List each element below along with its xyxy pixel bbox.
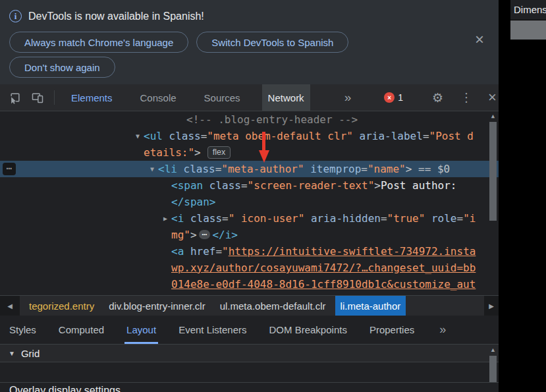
code-token-val: "screen-reader-text" [248, 179, 375, 192]
inline-expand-icon[interactable]: ⋯ [199, 230, 211, 239]
dom-node-line[interactable]: <a href="https://intuitive-swiftlet-7349… [0, 243, 499, 260]
devtools-main: i DevTools is now available in Spanish! … [0, 0, 499, 392]
infobar-close-icon[interactable]: × [475, 32, 484, 47]
tab-elements[interactable]: Elements [65, 84, 119, 111]
attribute-link[interactable]: 014e8e-e0df-4048-8d16-1cff8910db1c&custo… [171, 278, 476, 291]
sidebar-tabs-list: StylesComputedLayoutEvent ListenersDOM B… [9, 316, 437, 344]
elements-scrollbar[interactable]: ▲ [488, 111, 498, 295]
collapse-twisty-icon[interactable]: ▼ [148, 161, 157, 177]
infobar-actions: Always match Chrome's languageSwitch Dev… [9, 32, 431, 78]
settings-gear-icon[interactable]: ⚙ [432, 90, 443, 105]
sidebar-tab-event-listeners[interactable]: Event Listeners [178, 316, 246, 344]
code-token-pun: > [190, 229, 197, 241]
attribute-link[interactable]: https://intuitive-swiftlet-734972.insta [229, 245, 476, 258]
code-token-val: "meta obem-default clr" [207, 130, 353, 142]
breadcrumb-item-tegorized-entry[interactable]: tegorized.entry [24, 296, 99, 316]
dom-node-line[interactable]: wp.xyz/author/cosayuwami7472/?…changeset… [0, 260, 499, 276]
dom-node-line[interactable]: ▼<ul class="meta obem-default clr" aria-… [0, 128, 499, 144]
breadcrumb-item-div-blog-entry-inner-clr[interactable]: div.blog-entry-inner.clr [103, 296, 210, 316]
inspect-element-icon[interactable] [8, 90, 22, 105]
code-token-attr: class [163, 130, 201, 142]
devtools-close-icon[interactable]: × [488, 90, 497, 105]
tab-console[interactable]: Console [134, 84, 182, 111]
breadcrumb-item-li-meta-author[interactable]: li.meta-author [335, 296, 406, 316]
sidebar-tabs: StylesComputedLayoutEvent ListenersDOM B… [0, 316, 499, 345]
more-options-icon[interactable]: ⋮ [460, 90, 472, 105]
code-token-val: "meta-author" [221, 163, 304, 175]
collapse-twisty-icon[interactable]: ▼ [133, 128, 142, 144]
error-icon: × [384, 92, 395, 103]
dimensions-label: Dimens [510, 0, 546, 20]
sidebar-tab-styles[interactable]: Styles [9, 316, 36, 344]
code-token-val: "Post d [429, 130, 474, 142]
language-infobar: i DevTools is now available in Spanish! … [0, 0, 499, 84]
attribute-link[interactable]: wp.xyz/author/cosayuwami7472/?…changeset… [171, 262, 476, 274]
scroll-up-icon[interactable]: ▲ [488, 345, 498, 354]
infobar-button-don-t-show-again[interactable]: Don't show again [9, 57, 115, 78]
code-token-attr: class [184, 212, 222, 225]
panel-tabs: ElementsConsoleSourcesNetwork [57, 84, 318, 111]
sidebar-more-tabs-icon[interactable]: » [439, 323, 446, 337]
expand-twisty-icon[interactable]: ▶ [161, 210, 170, 227]
scrollbar-thumb[interactable] [489, 356, 497, 382]
code-token-val: mg" [171, 229, 190, 241]
elements-dom-tree: <!-- .blog-entry-header -->▼<ul class="m… [0, 111, 499, 295]
triangle-down-icon: ▼ [9, 350, 15, 357]
code-token-val: "true" [387, 212, 425, 225]
overlay-settings-row: Overlay display settings [0, 382, 499, 392]
code-token-attr: aria-label [353, 130, 423, 142]
sidebar-tab-layout[interactable]: Layout [126, 316, 156, 344]
tab-sources[interactable]: Sources [198, 84, 246, 111]
code-token-attr: class [177, 163, 215, 175]
dom-node-line[interactable]: ▼<li class="meta-author" itemprop="name"… [0, 161, 499, 177]
code-token-attr: aria-hidden [304, 212, 381, 225]
dom-node-line[interactable]: <!-- .blog-entry-header --> [0, 111, 499, 128]
error-badge[interactable]: × 1 [384, 92, 403, 103]
code-token-pun: = [423, 130, 429, 142]
node-more-actions-button[interactable]: ⋯ [3, 163, 16, 175]
dom-node-line[interactable]: etails:">flex [0, 144, 499, 161]
code-token-attr: itemprop [304, 163, 362, 175]
code-token-attr: class [203, 179, 241, 192]
dimensions-control[interactable] [510, 20, 546, 40]
grid-section-header[interactable]: ▼ Grid [0, 345, 499, 362]
scroll-up-icon[interactable]: ▲ [488, 111, 498, 121]
code-token-pun: > [194, 146, 201, 159]
device-toolbar-icon[interactable] [30, 90, 45, 105]
code-token-attr: role [425, 212, 456, 225]
sidebar-tab-computed[interactable]: Computed [59, 316, 104, 344]
code-token-tag: <ul [144, 130, 163, 142]
flex-badge[interactable]: flex [207, 146, 231, 159]
code-token-tag: <i [171, 212, 184, 225]
scrollbar-thumb[interactable] [489, 122, 497, 221]
tab-network[interactable]: Network [262, 84, 310, 111]
breadcrumb-scroll-left-icon[interactable]: ◀ [0, 296, 20, 316]
code-token-attr: href [184, 245, 215, 258]
devtools-window: i DevTools is now available in Spanish! … [0, 0, 546, 392]
code-token-pun: = [222, 212, 229, 225]
error-count: 1 [398, 92, 403, 103]
breadcrumb-item-ul-meta-obem-default-clr[interactable]: ul.meta.obem-default.clr [215, 296, 331, 316]
overlay-display-settings-label: Overlay display settings [9, 385, 121, 392]
infobar-button-switch-devtools-to-spanish[interactable]: Switch DevTools to Spanish [196, 32, 348, 53]
code-token-tag: <li [158, 163, 177, 175]
layout-pane-scrollbar[interactable]: ▲ [488, 345, 498, 382]
dom-node-line[interactable]: <span class="screen-reader-text">Post au… [0, 177, 499, 194]
code-token-pun: = [201, 130, 207, 142]
sidebar-tab-properties[interactable]: Properties [369, 316, 414, 344]
code-token-pun: = [457, 212, 464, 225]
sidebar-tab-dom-breakpoints[interactable]: DOM Breakpoints [269, 316, 347, 344]
dom-node-line[interactable]: mg">⋯</i> [0, 227, 499, 243]
grid-section-label: Grid [21, 348, 40, 359]
info-icon: i [9, 10, 22, 22]
dom-node-line[interactable]: ▶<i class=" icon-user" aria-hidden="true… [0, 210, 499, 227]
code-token-com: <!-- .blog-entry-header --> [186, 113, 358, 126]
more-tabs-icon[interactable]: » [344, 90, 352, 105]
code-token-val: "i [463, 212, 476, 225]
code-token-val: "name" [368, 163, 406, 175]
dom-node-line[interactable]: 014e8e-e0df-4048-8d16-1cff8910db1c&custo… [0, 276, 499, 293]
dom-node-line[interactable]: </span> [0, 194, 499, 210]
infobar-button-always-match-chrome-s-language[interactable]: Always match Chrome's language [9, 32, 188, 53]
breadcrumb-scroll-right-icon[interactable]: ▶ [484, 296, 499, 316]
infobar-header: i DevTools is now available in Spanish! [0, 0, 499, 22]
